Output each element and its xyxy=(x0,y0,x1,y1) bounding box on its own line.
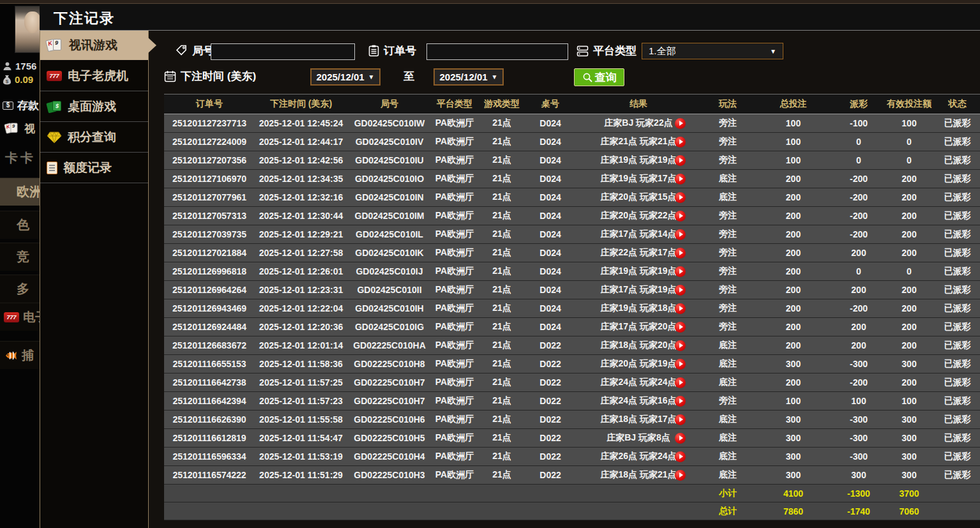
play-video-button[interactable] xyxy=(675,137,686,147)
game-type-cell: 21点 xyxy=(478,299,526,318)
game-type-cell: 21点 xyxy=(478,262,526,281)
play-video-button[interactable] xyxy=(675,248,686,259)
video-games-entry[interactable]: K9 视 xyxy=(4,121,35,136)
subtotal-row: 小计4100-13003700 xyxy=(164,485,980,502)
platform-filter-label: 平台类型 xyxy=(577,43,637,58)
play-video-button[interactable] xyxy=(675,174,686,185)
status-cell: 已派彩 xyxy=(934,429,980,448)
play-video-button[interactable] xyxy=(675,433,686,444)
total-row-total: 7860 xyxy=(753,502,833,520)
status-cell: 已派彩 xyxy=(934,355,980,373)
total-bet-cell: 300 xyxy=(753,466,833,485)
slot-777-icon: 777 xyxy=(47,71,62,81)
deposit-entry[interactable]: 存款 xyxy=(3,98,39,113)
play-video-button[interactable] xyxy=(675,229,686,240)
play-video-button[interactable] xyxy=(675,359,686,370)
game-type-cell: 21点 xyxy=(478,392,526,411)
table-no-cell: D024 xyxy=(526,170,575,188)
table-row: 2512011272377132025-12-01 12:45:24GD0242… xyxy=(164,114,980,133)
play-video-button[interactable] xyxy=(675,322,686,333)
total-bet-cell: 200 xyxy=(753,281,833,299)
person-icon xyxy=(3,61,12,71)
sidebar-item-2[interactable]: 桌面游戏 xyxy=(40,92,148,121)
time-cell: 2025-12-01 12:30:44 xyxy=(255,207,347,225)
table-row: 2512011272073562025-12-01 12:42:56GD0242… xyxy=(164,151,980,170)
table-row: 2512011269244842025-12-01 12:20:36GD0242… xyxy=(164,318,980,336)
rail-menu-item[interactable]: 竞 xyxy=(0,243,40,271)
table-no-cell: D022 xyxy=(526,429,575,448)
bet-type-cell: 旁注 xyxy=(702,299,753,318)
sidebar-item-4[interactable]: 额度记录 xyxy=(40,153,148,183)
rail-menu-item[interactable]: 欧洲 xyxy=(0,177,40,206)
play-video-button[interactable] xyxy=(675,340,686,351)
play-video-button[interactable] xyxy=(675,303,686,314)
date-to-picker[interactable]: 2025/12/01▼ xyxy=(433,68,504,86)
payout-cell: 0 xyxy=(833,262,884,281)
valid-bet-cell: 200 xyxy=(884,299,934,318)
time-cell: 2025-12-01 11:57:25 xyxy=(255,373,347,392)
platform-cell: PA欧洲厅 xyxy=(432,392,478,411)
play-video-button[interactable] xyxy=(675,451,686,462)
user-avatar[interactable] xyxy=(15,6,40,53)
result-cell: 庄家19点 玩家18点 xyxy=(575,299,702,318)
table-row: 2512011269968182025-12-01 12:26:01GD0242… xyxy=(164,262,980,281)
round-cell: GD02425C010IV xyxy=(347,133,432,151)
video-cards-icon: K9 xyxy=(5,122,19,135)
bet-type-cell: 旁注 xyxy=(702,318,753,336)
rail-menu-item[interactable]: 777电子 xyxy=(0,303,40,331)
platform-select[interactable]: 1.全部 ▼ xyxy=(642,43,783,59)
status-cell: 已派彩 xyxy=(934,299,980,318)
play-video-button[interactable] xyxy=(675,396,686,407)
play-video-button[interactable] xyxy=(675,211,686,222)
table-no-cell: D022 xyxy=(526,411,575,429)
play-video-button[interactable] xyxy=(675,285,686,296)
result-cell: 庄家21点 玩家21点 xyxy=(575,133,702,151)
sidebar-item-3[interactable]: 积分查询 xyxy=(40,123,148,152)
sidebar-item-1[interactable]: 777电子老虎机 xyxy=(40,61,148,91)
sidebar-item-0[interactable]: K9视讯游戏 xyxy=(40,31,148,60)
game-type-cell: 21点 xyxy=(478,188,526,207)
empty-cell xyxy=(478,485,526,502)
round-input[interactable] xyxy=(211,43,355,60)
game-type-cell: 21点 xyxy=(478,373,526,392)
balance-stat: $ 0.09 xyxy=(3,74,33,85)
game-type-cell: 21点 xyxy=(478,281,526,299)
play-video-button[interactable] xyxy=(675,192,686,203)
play-video-button[interactable] xyxy=(675,155,686,166)
rail-menu-item[interactable]: 多 xyxy=(0,275,40,303)
status-cell: 已派彩 xyxy=(934,133,980,151)
play-video-button[interactable] xyxy=(675,377,686,388)
payout-cell: 200 xyxy=(833,244,884,262)
empty-cell xyxy=(347,502,432,520)
bet-type-cell: 底注 xyxy=(702,170,753,188)
play-video-button[interactable] xyxy=(675,414,686,425)
empty-cell xyxy=(526,485,575,502)
time-cell: 2025-12-01 12:23:31 xyxy=(255,281,347,299)
date-from-picker[interactable]: 2025/12/01▼ xyxy=(310,68,381,86)
rail-menu-item[interactable]: 捕 xyxy=(0,341,40,369)
total-bet-cell: 200 xyxy=(753,336,833,355)
payout-cell: -200 xyxy=(833,170,884,188)
total-row: 总计7860-17407060 xyxy=(164,502,980,520)
payout-cell: -300 xyxy=(833,411,884,429)
total-row-label: 总计 xyxy=(702,502,753,520)
bet-type-cell: 底注 xyxy=(702,188,753,207)
status-cell: 已派彩 xyxy=(934,281,980,299)
total-bet-cell: 200 xyxy=(753,262,833,281)
rail-menu-item[interactable]: 色 xyxy=(0,211,40,239)
round-cell: GD02425C010IN xyxy=(347,188,432,207)
play-video-button[interactable] xyxy=(675,118,686,129)
order-input[interactable] xyxy=(426,43,568,60)
bet-type-cell: 底注 xyxy=(702,448,753,466)
search-button[interactable]: 查询 xyxy=(574,68,624,86)
table-no-cell: D024 xyxy=(526,133,575,151)
result-cell: 庄家18点 玩家20点 xyxy=(575,336,702,355)
play-video-button[interactable] xyxy=(675,266,686,277)
time-cell: 2025-12-01 11:51:29 xyxy=(255,466,347,485)
play-video-button[interactable] xyxy=(675,470,686,481)
status-cell: 已派彩 xyxy=(934,466,980,485)
table-no-cell: D024 xyxy=(526,318,575,336)
empty-cell xyxy=(255,485,347,502)
valid-bet-cell: 200 xyxy=(884,336,934,355)
game-type-cell: 21点 xyxy=(478,114,526,133)
